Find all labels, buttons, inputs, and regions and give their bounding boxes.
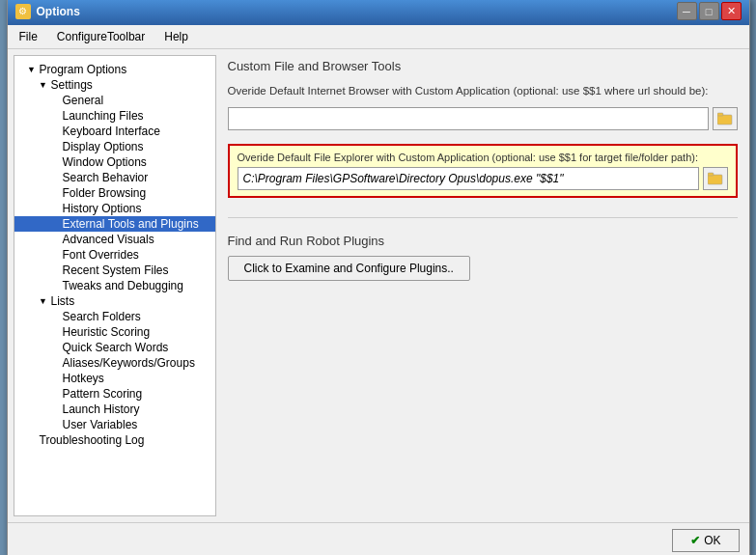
tree-item-recent-system-files[interactable]: Recent System Files: [14, 263, 215, 278]
tree-item-general[interactable]: General: [14, 93, 215, 108]
tree-label-font-overrides: Font Overrides: [63, 248, 139, 262]
expander-window: [49, 156, 61, 168]
ok-button[interactable]: ✔ OK: [672, 529, 739, 552]
expander-lists: ▼: [38, 295, 49, 307]
tree-item-launch-history[interactable]: Launch History: [14, 402, 215, 417]
window-title: Options: [37, 5, 80, 18]
tree-label-launching-files: Launching Files: [63, 109, 144, 123]
tree-label-lists: Lists: [51, 294, 75, 308]
tree-label-troubleshooting-log: Troubleshooting Log: [40, 433, 145, 447]
tree-item-launching-files[interactable]: Launching Files: [14, 108, 215, 124]
tree-label-folder-browsing: Folder Browsing: [63, 186, 147, 200]
expander-program-options: ▼: [26, 64, 38, 75]
folder-icon: [717, 112, 733, 125]
tree-label-window-options: Window Options: [63, 155, 147, 169]
tree-item-lists[interactable]: ▼ Lists: [14, 293, 215, 309]
tree-item-settings[interactable]: ▼ Settings: [14, 77, 215, 93]
svg-rect-2: [708, 175, 722, 184]
expander-launch-history: [49, 403, 61, 415]
tree-item-folder-browsing[interactable]: Folder Browsing: [14, 185, 215, 201]
tree-item-search-behavior[interactable]: Search Behavior: [14, 170, 215, 185]
expander-general: [49, 95, 61, 106]
expander-history: [49, 203, 61, 214]
expander-folder: [49, 187, 61, 199]
minimize-button[interactable]: ─: [677, 2, 697, 20]
browser-input[interactable]: [228, 107, 709, 130]
footer: ✔ OK: [8, 522, 749, 556]
tree-item-search-folders[interactable]: Search Folders: [14, 309, 215, 324]
file-explorer-section: Overide Default File Explorer with Custo…: [228, 144, 738, 198]
title-bar-buttons: ─ □ ✕: [677, 2, 742, 20]
expander-aliases: [49, 357, 61, 369]
svg-rect-0: [717, 115, 732, 125]
tree-label-settings: Settings: [51, 78, 93, 92]
plugin-section-title: Find and Run Robot Plugins: [228, 234, 738, 248]
svg-rect-3: [708, 173, 714, 176]
divider: [228, 217, 738, 218]
expander-launching: [49, 110, 61, 122]
expander-recent: [49, 264, 61, 276]
expander-user-vars: [49, 419, 61, 430]
tree-item-tweaks-debugging[interactable]: Tweaks and Debugging: [14, 278, 215, 293]
tree-item-advanced-visuals[interactable]: Advanced Visuals: [14, 232, 215, 247]
tree-item-hotkeys[interactable]: Hotkeys: [14, 371, 215, 386]
svg-rect-1: [717, 113, 723, 116]
expander-troubleshooting: [26, 434, 38, 446]
tree-label-quick-search-words: Quick Search Words: [63, 341, 169, 354]
tree-label-recent-system-files: Recent System Files: [63, 264, 169, 277]
tree-item-external-tools[interactable]: External Tools and Plugins: [14, 216, 215, 232]
tree-label-hotkeys: Hotkeys: [63, 372, 104, 385]
menu-help[interactable]: Help: [156, 27, 196, 46]
tree-item-history-options[interactable]: History Options: [14, 201, 215, 216]
window-icon: ⚙: [15, 4, 31, 19]
content-area: ▼ Program Options ▼ Settings General Lau…: [8, 49, 749, 522]
expander-font: [49, 249, 61, 261]
tree-item-font-overrides[interactable]: Font Overrides: [14, 247, 215, 263]
tree-item-pattern-scoring[interactable]: Pattern Scoring: [14, 386, 215, 402]
expander-heuristic: [49, 326, 61, 338]
expander-search-folders: [49, 311, 61, 322]
expander-external: [49, 218, 61, 230]
tree-label-display-options: Display Options: [63, 140, 144, 153]
expander-pattern: [49, 388, 61, 400]
expander-advanced: [49, 234, 61, 245]
tree-panel: ▼ Program Options ▼ Settings General Lau…: [14, 55, 216, 516]
file-explorer-input-row: [238, 167, 728, 190]
tree-item-aliases[interactable]: Aliases/Keywords/Groups: [14, 355, 215, 371]
tree-item-program-options[interactable]: ▼ Program Options: [14, 62, 215, 77]
tree-label-search-behavior: Search Behavior: [63, 171, 149, 184]
expander-search: [49, 172, 61, 183]
tree-label-heuristic-scoring: Heuristic Scoring: [63, 325, 151, 339]
menu-configure-toolbar[interactable]: ConfigureToolbar: [49, 27, 153, 46]
menu-file[interactable]: File: [12, 27, 45, 46]
examine-plugins-button[interactable]: Click to Examine and Configure Plugins..: [228, 256, 470, 281]
maximize-button[interactable]: □: [699, 2, 719, 20]
tree-item-window-options[interactable]: Window Options: [14, 154, 215, 170]
tree-item-keyboard-interface[interactable]: Keyboard Interface: [14, 124, 215, 139]
tree-item-troubleshooting-log[interactable]: Troubleshooting Log: [14, 432, 215, 448]
main-panel: Custom File and Browser Tools Overide De…: [216, 49, 749, 522]
tree-label-pattern-scoring: Pattern Scoring: [63, 387, 143, 401]
options-window: ⚙ Options ─ □ ✕ File ConfigureToolbar He…: [7, 0, 750, 555]
tree-label-program-options: Program Options: [40, 63, 127, 76]
close-button[interactable]: ✕: [721, 2, 742, 20]
tree-label-aliases: Aliases/Keywords/Groups: [63, 356, 195, 370]
tree-item-quick-search-words[interactable]: Quick Search Words: [14, 340, 215, 355]
file-explorer-browse-button[interactable]: [703, 167, 728, 190]
browser-label: Overide Default Internet Browser with Cu…: [228, 85, 738, 97]
browser-browse-button[interactable]: [713, 107, 738, 130]
tree-label-tweaks-debugging: Tweaks and Debugging: [63, 279, 183, 292]
tree-item-heuristic-scoring[interactable]: Heuristic Scoring: [14, 324, 215, 340]
expander-display: [49, 141, 61, 153]
expander-keyboard: [49, 125, 61, 137]
tree-item-display-options[interactable]: Display Options: [14, 139, 215, 154]
file-explorer-input[interactable]: [238, 167, 699, 190]
ok-label: OK: [704, 534, 720, 547]
tree-item-user-variables[interactable]: User Variables: [14, 417, 215, 432]
tree-label-user-variables: User Variables: [63, 418, 138, 431]
expander-tweaks: [49, 280, 61, 291]
ok-checkmark-icon: ✔: [690, 534, 700, 547]
title-bar: ⚙ Options ─ □ ✕: [8, 0, 749, 25]
section1-title: Custom File and Browser Tools: [228, 59, 738, 73]
title-bar-left: ⚙ Options: [15, 4, 80, 19]
